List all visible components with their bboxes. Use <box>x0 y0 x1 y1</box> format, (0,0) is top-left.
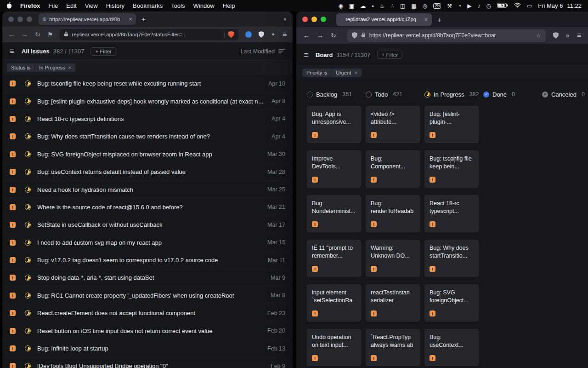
board-card[interactable]: Bug: SVG foreignObject...! <box>424 284 479 322</box>
contrast-icon[interactable]: ◔ <box>458 3 461 9</box>
zoom-window-button[interactable] <box>27 17 32 22</box>
url-bar[interactable]: repliear.vercel.app/d/8bTaoq7F0e?statusF… <box>60 29 238 40</box>
menubar-menu-edit[interactable]: Edit <box>66 2 76 9</box>
url-bar[interactable]: https://repliear.vercel.app/d/8bTaoq7F0e… <box>347 29 546 42</box>
menubar-clock[interactable]: Fri May 6 11:22 <box>538 2 582 9</box>
board-card[interactable]: Bug: Component...! <box>366 150 420 188</box>
board-card[interactable]: Bug: App is unresponsive...! <box>307 106 361 143</box>
menubar-menu-bookmarks[interactable]: Bookmarks <box>133 2 163 9</box>
issue-row[interactable]: !Bug: useContext returns default instead… <box>2 163 293 181</box>
forward-icon[interactable]: → <box>22 31 28 38</box>
board-card[interactable]: `React.PropTyp always warns ab! <box>366 329 420 366</box>
reload-icon[interactable]: ↻ <box>331 32 336 39</box>
board-card[interactable]: React 18-rc typescript...! <box>424 195 479 232</box>
menubar-menu-tools[interactable]: Tools <box>171 2 185 9</box>
board-card[interactable]: Bug: [eslint-plugin-...! <box>424 106 479 143</box>
issue-row[interactable]: !Bug: Infinite loop at startupFeb 13 <box>2 340 293 357</box>
issue-row[interactable]: !Need a hook for hydration mismatchMar 2… <box>2 181 293 198</box>
board-card[interactable]: <video /> attribute...! <box>366 106 420 143</box>
brave-shield-icon[interactable] <box>228 31 234 38</box>
filter-field-chip[interactable]: Status is <box>7 63 34 72</box>
issue-row[interactable]: !Bug: v17.0.2 tag doesn't seem to corres… <box>2 252 293 269</box>
minimize-window-button[interactable] <box>17 17 23 22</box>
calendar-date-icon[interactable]: 29 <box>433 3 441 9</box>
forward-icon[interactable]: → <box>317 32 323 39</box>
rewards-sparkle-icon[interactable]: ✦ <box>271 31 276 38</box>
issue-row[interactable]: !Bug: SVG foreignObject misplaced on bro… <box>2 146 293 163</box>
board-card[interactable]: Improve DevTools...! <box>307 150 361 188</box>
tool-icon[interactable]: ⚒ <box>447 3 452 9</box>
add-filter-button[interactable]: + Filter <box>377 51 402 59</box>
board-card[interactable]: Bug: useContext...! <box>424 329 479 366</box>
board-card[interactable]: Bug: Nondeterminist...! <box>307 195 361 232</box>
reader-mode-icon[interactable] <box>245 31 252 38</box>
bookmark-star-icon[interactable]: ☆ <box>536 32 541 39</box>
menubar-menu-history[interactable]: History <box>106 2 124 9</box>
filter-field-chip[interactable]: Priority is <box>302 69 331 77</box>
close-tab-icon[interactable]: × <box>424 16 428 23</box>
filter-value-chip[interactable]: Urgent × <box>332 69 361 77</box>
bookmark-icon[interactable]: ⚑ <box>47 31 53 38</box>
issue-row[interactable]: !Where is the source code of react@15.6.… <box>2 199 293 216</box>
privacy-shield-icon[interactable] <box>259 31 264 38</box>
issue-row[interactable]: !Bug: Why does startTransition cause two… <box>2 128 293 145</box>
board-card[interactable]: Undo operation on text input...! <box>307 329 361 366</box>
issue-row[interactable]: !Reset button on iOS time input does not… <box>2 322 293 339</box>
overflow-menu-icon[interactable]: » <box>566 32 570 39</box>
board-card[interactable]: Warning: Unknown DO...! <box>366 240 420 277</box>
close-window-button[interactable] <box>302 17 308 22</box>
extension-shield-icon[interactable] <box>553 32 559 39</box>
minimize-window-button[interactable] <box>311 17 317 22</box>
issue-row[interactable]: !SetState in useCallback or without useC… <box>2 216 293 234</box>
browser-menu-icon[interactable]: ≡ <box>283 31 287 38</box>
browser-tab[interactable]: ⊕ https://repliear.vercel.app/d/8b × <box>39 13 136 25</box>
issue-row[interactable]: !React.createElement does not accept fun… <box>2 305 293 322</box>
battery-icon[interactable] <box>497 2 508 9</box>
filter-value-chip[interactable]: In Progress × <box>35 63 75 72</box>
tracking-protection-shield-icon[interactable] <box>352 32 357 39</box>
tab-list-chevron-icon[interactable]: ∨ <box>283 17 287 22</box>
paw-icon[interactable]: ∴ <box>390 3 394 9</box>
issue-row[interactable]: !React 18-rc typescript definitionsApr 4 <box>2 110 293 128</box>
back-icon[interactable]: ← <box>303 32 310 39</box>
board-card[interactable]: Bug: renderToReadab! <box>366 195 420 232</box>
app-menu-icon[interactable]: ≡ <box>10 47 22 55</box>
board-card[interactable]: Bug: Why does startTransitio...! <box>424 240 479 277</box>
screen-time-icon[interactable]: ◎ <box>423 3 427 9</box>
issue-row[interactable]: ![DevTools Bug] Unsupported Bridge opera… <box>2 357 293 368</box>
remove-filter-icon[interactable]: × <box>354 70 357 75</box>
menubar-menu-view[interactable]: View <box>85 2 98 9</box>
app-status-icon[interactable]: ▪ <box>372 3 373 9</box>
remove-filter-icon[interactable]: × <box>68 65 71 70</box>
board-card[interactable]: reactTestInstan serializer! <box>366 284 420 322</box>
display-icon[interactable]: ▭ <box>527 3 532 9</box>
apple-menu-icon[interactable] <box>6 2 12 10</box>
camera-icon[interactable]: ◫ <box>400 3 405 9</box>
browser-tab[interactable]: replidraw2.vercel.app/d/c-iZpq × <box>336 13 432 26</box>
add-filter-button[interactable]: + Filter <box>90 47 116 56</box>
menubar-app-name[interactable]: Firefox <box>20 2 40 9</box>
screen-mirroring-icon[interactable]: ▣ <box>349 3 354 9</box>
focus-mode-icon[interactable]: ◉ <box>338 3 343 9</box>
close-window-button[interactable] <box>8 17 14 22</box>
issue-row[interactable]: !Bug: RC1 Cannot create property '_updat… <box>2 287 293 305</box>
launchpad-grid-icon[interactable]: ▦ <box>411 3 416 9</box>
new-tab-button[interactable]: + <box>437 16 441 23</box>
close-tab-icon[interactable]: × <box>129 16 132 23</box>
zoom-window-button[interactable] <box>321 17 326 22</box>
board-card[interactable]: IE 11 "prompt to remember...! <box>307 240 361 277</box>
reload-icon[interactable]: ↻ <box>35 31 40 38</box>
issue-row[interactable]: !Bug: tsconfig file keep being reset whi… <box>2 75 293 92</box>
wifi-icon[interactable] <box>514 2 521 9</box>
menubar-menu-help[interactable]: Help <box>223 2 235 9</box>
issue-row[interactable]: !I need to add custom svg map on my reac… <box>2 234 293 252</box>
issue-row[interactable]: !Stop doing data-*, aria-*, start using … <box>2 269 293 287</box>
app-menu-icon[interactable]: ≡ <box>304 51 316 59</box>
play-icon[interactable]: ▶ <box>467 3 471 9</box>
beverage-icon[interactable]: ♨ <box>379 3 384 9</box>
sort-control[interactable]: Last Modified <box>241 47 285 56</box>
sound-icon[interactable]: ♪ <box>477 3 480 9</box>
clock-icon[interactable]: ◷ <box>486 3 491 9</box>
issue-row[interactable]: !Bug: [eslint-plugin-exhaustive-deps] ho… <box>2 92 293 110</box>
cloud-icon[interactable]: ☁ <box>360 3 366 9</box>
